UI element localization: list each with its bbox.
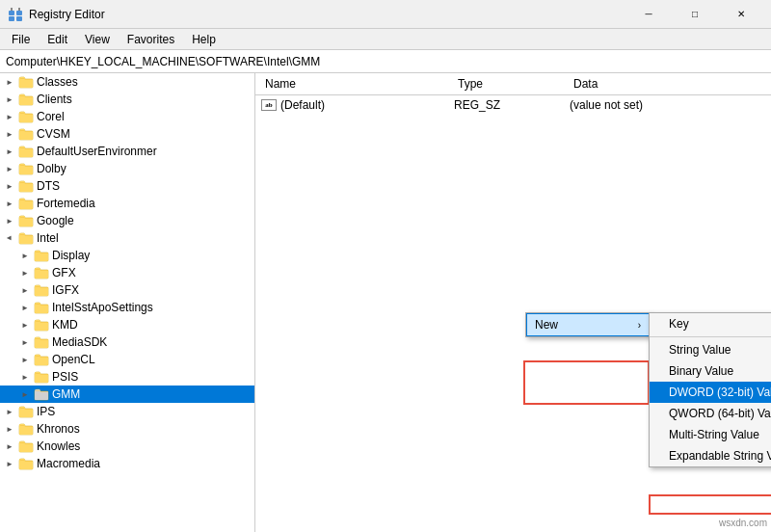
folder-icon [34,353,49,366]
submenu-item-qword--64-bit--value[interactable]: QWORD (64-bit) Value [650,403,771,424]
content-panel[interactable]: Name Type Data ab (Default) REG_SZ (valu… [255,73,771,532]
tree-item-khronos[interactable]: ► Khronos [0,420,254,438]
tree-expand-arrow: ► [4,215,15,226]
menu-item-view[interactable]: View [77,31,118,48]
tree-item-intelsstaposettings[interactable]: ► IntelSstApoSettings [0,299,254,316]
tree-item-google[interactable]: ► Google [0,212,254,229]
tree-item-mediasdk[interactable]: ► MediaSDK [0,333,254,351]
new-label: New [535,318,558,332]
menu-item-file[interactable]: File [4,31,38,48]
tree-item-label: IGFX [52,283,254,297]
tree-item-opencl[interactable]: ► OpenCL [0,351,254,368]
tree-expand-arrow: ► [19,388,31,400]
tree-item-label: Corel [37,110,254,123]
tree-item-clients[interactable]: ► Clients [0,91,254,108]
folder-icon [18,231,34,245]
tree-item-label: Intel [37,231,254,245]
tree-expand-arrow: ► [4,76,15,88]
folder-icon [34,387,49,401]
maximize-button[interactable]: □ [673,5,717,24]
tree-expand-arrow: ► [4,146,15,157]
tree-expand-arrow: ► [4,128,15,140]
tree-item-label: Clients [37,93,254,106]
tree-item-kmd[interactable]: ► KMD [0,316,254,333]
folder-icon [34,249,49,262]
tree-expand-arrow: ► [19,284,31,296]
tree-item-label: GMM [52,387,254,401]
tree-item-intel[interactable]: ▼ Intel [0,229,254,247]
tree-item-cvsm[interactable]: ► CVSM [0,125,254,143]
submenu[interactable]: KeyString ValueBinary ValueDWORD (32-bit… [649,312,771,467]
folder-icon [34,266,49,279]
tree-item-display[interactable]: ► Display [0,247,254,264]
submenu-arrow-icon: › [638,320,641,331]
tree-item-label: Knowles [37,439,254,453]
close-button[interactable]: ✕ [719,5,763,24]
tree-expand-arrow: ► [4,458,15,469]
folder-icon [34,301,49,314]
tree-expand-arrow: ► [19,371,31,383]
folder-icon [18,93,34,106]
menu-item-favorites[interactable]: Favorites [120,31,182,48]
tree-expand-arrow: ► [19,250,31,261]
address-path[interactable]: Computer\HKEY_LOCAL_MACHINE\SOFTWARE\Int… [6,55,765,68]
tree-item-label: IntelSstApoSettings [52,301,254,314]
folder-icon [18,145,34,158]
tree-panel[interactable]: ► Classes► Clients► Corel► CVSM► Default… [0,73,255,532]
tree-item-label: DTS [37,179,254,193]
tree-item-label: PSIS [52,370,254,384]
app-icon [8,7,23,22]
folder-icon [34,370,49,384]
tree-item-knowles[interactable]: ► Knowles [0,438,254,455]
tree-expand-arrow: ► [19,336,31,348]
folder-icon [34,318,49,332]
folder-icon [18,405,34,418]
tree-item-dts[interactable]: ► DTS [0,177,254,195]
tree-item-defaultuserenvironmer[interactable]: ► DefaultUserEnvironmer [0,143,254,160]
svg-rect-2 [9,16,14,21]
tree-item-label: IPS [37,405,254,418]
tree-item-label: Dolby [37,162,254,175]
tree-item-label: CVSM [37,127,254,141]
svg-rect-5 [18,8,20,11]
submenu-item-expandable-string-value[interactable]: Expandable String Value [650,445,771,466]
tree-item-fortemedia[interactable]: ► Fortemedia [0,195,254,212]
minimize-button[interactable]: ─ [626,5,671,24]
main-area: ► Classes► Clients► Corel► CVSM► Default… [0,73,771,532]
folder-icon [18,214,34,227]
tree-item-macromedia[interactable]: ► Macromedia [0,455,254,472]
menu-item-edit[interactable]: Edit [40,31,75,48]
context-menu[interactable]: New › [525,312,651,337]
folder-icon [18,75,34,89]
tree-item-psis[interactable]: ► PSIS [0,368,254,386]
folder-icon [18,422,34,436]
submenu-item-string-value[interactable]: String Value [650,339,771,360]
tree-item-label: Google [37,214,254,227]
submenu-separator [650,336,771,337]
submenu-item-dword--32-bit--value[interactable]: DWORD (32-bit) Value [650,382,771,403]
tree-expand-arrow: ▼ [4,232,15,244]
submenu-item-multi-string-value[interactable]: Multi-String Value [650,424,771,445]
tree-item-dolby[interactable]: ► Dolby [0,160,254,177]
tree-item-classes[interactable]: ► Classes [0,73,254,91]
submenu-item-key[interactable]: Key [650,313,771,334]
tree-item-igfx[interactable]: ► IGFX [0,281,254,299]
tree-item-label: Khronos [37,422,254,436]
folder-icon [18,110,34,123]
folder-icon [18,439,34,453]
tree-item-ips[interactable]: ► IPS [0,403,254,420]
tree-expand-arrow: ► [4,423,15,435]
tree-expand-arrow: ► [19,319,31,331]
svg-rect-1 [16,11,22,15]
tree-item-corel[interactable]: ► Corel [0,108,254,125]
folder-icon [34,283,49,297]
context-overlay: New › KeyString ValueBinary ValueDWORD (… [255,73,771,532]
context-menu-new[interactable]: New › [526,313,650,336]
menu-item-help[interactable]: Help [184,31,224,48]
tree-expand-arrow: ► [4,440,15,452]
tree-item-gfx[interactable]: ► GFX [0,264,254,281]
submenu-item-binary-value[interactable]: Binary Value [650,360,771,382]
tree-expand-arrow: ► [4,93,15,105]
tree-item-gmm[interactable]: ► GMM [0,386,254,403]
tree-expand-arrow: ► [4,198,15,209]
